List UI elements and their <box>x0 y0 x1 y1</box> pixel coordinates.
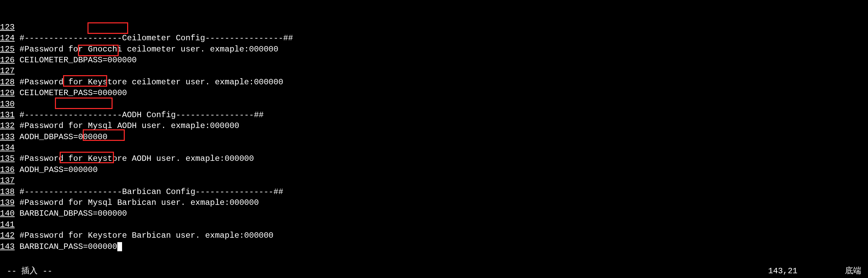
line-number: 139 <box>0 197 15 208</box>
line-number: 136 <box>0 165 15 175</box>
code-line: 133AODH_DBPASS=000000 <box>0 132 868 143</box>
line-text: #Password for Keystore AODH user. exmapl… <box>20 153 254 164</box>
line-number: 137 <box>0 175 15 186</box>
code-line: 123 <box>0 22 868 33</box>
code-line: 139#Password for Mysql Barbican user. ex… <box>0 197 868 208</box>
line-number: 128 <box>0 77 15 88</box>
vim-editor[interactable]: 123124#--------------------Ceilometer Co… <box>0 0 868 278</box>
code-lines: 123124#--------------------Ceilometer Co… <box>0 22 868 252</box>
code-line: 129CEILOMETER_PASS=000000 <box>0 88 868 99</box>
line-number: 132 <box>0 121 15 131</box>
code-line: 131#--------------------AODH Config-----… <box>0 110 868 121</box>
line-text: AODH_DBPASS=000000 <box>20 132 107 143</box>
line-number: 129 <box>0 88 15 99</box>
vim-mode: -- 插入 -- <box>7 266 52 277</box>
line-number: 143 <box>0 241 15 252</box>
code-line: 132#Password for Mysql AODH user. exmapl… <box>0 121 868 131</box>
line-number: 138 <box>0 187 15 197</box>
line-number: 126 <box>0 55 15 66</box>
code-line: 141 <box>0 219 868 230</box>
line-text: #Password for Gnocchi ceilometer user. e… <box>20 44 278 55</box>
line-number: 133 <box>0 132 15 143</box>
line-text: #--------------------AODH Config--------… <box>20 110 264 121</box>
code-line: 126CEILOMETER_DBPASS=000000 <box>0 55 868 66</box>
code-line: 143BARBICAN_PASS=000000 <box>0 241 868 252</box>
code-line: 135#Password for Keystore AODH user. exm… <box>0 153 868 164</box>
vim-scroll-pos: 底端 <box>845 266 861 277</box>
code-line: 140BARBICAN_DBPASS=000000 <box>0 208 868 219</box>
cursor <box>117 242 122 251</box>
code-line: 125#Password for Gnocchi ceilometer user… <box>0 44 868 55</box>
line-number: 142 <box>0 230 15 241</box>
line-number: 140 <box>0 208 15 219</box>
line-number: 124 <box>0 33 15 44</box>
line-number: 130 <box>0 99 15 110</box>
line-text: #Password for Keystore Barbican user. ex… <box>20 230 274 241</box>
code-line: 137 <box>0 175 868 186</box>
line-number: 135 <box>0 153 15 164</box>
line-text: CEILOMETER_PASS=000000 <box>20 88 127 99</box>
code-line: 128#Password for Keystore ceilometer use… <box>0 77 868 88</box>
line-text: #Password for Mysql Barbican user. exmap… <box>20 197 259 208</box>
line-text: BARBICAN_PASS=000000 <box>20 241 122 252</box>
line-number: 131 <box>0 110 15 121</box>
line-text: #Password for Mysql AODH user. exmaple:0… <box>20 121 239 131</box>
line-number: 141 <box>0 219 15 230</box>
vim-status-bar: -- 插入 -- 143,21 底端 <box>0 266 868 278</box>
code-line: 136AODH_PASS=000000 <box>0 165 868 175</box>
code-line: 130 <box>0 99 868 110</box>
line-text: #--------------------Barbican Config----… <box>20 187 283 197</box>
code-line: 124#--------------------Ceilometer Confi… <box>0 33 868 44</box>
line-text: #Password for Keystore ceilometer user. … <box>20 77 283 88</box>
vim-cursor-pos: 143,21 <box>768 266 797 277</box>
code-line: 142#Password for Keystore Barbican user.… <box>0 230 868 241</box>
code-line: 138#--------------------Barbican Config-… <box>0 187 868 197</box>
line-number: 134 <box>0 143 15 153</box>
code-line: 127 <box>0 66 868 77</box>
code-line: 134 <box>0 143 868 153</box>
line-number: 127 <box>0 66 15 77</box>
line-text: AODH_PASS=000000 <box>20 165 98 175</box>
line-number: 125 <box>0 44 15 55</box>
line-text: CEILOMETER_DBPASS=000000 <box>20 55 137 66</box>
line-text: #--------------------Ceilometer Config--… <box>20 33 293 44</box>
line-number: 123 <box>0 22 15 33</box>
line-text: BARBICAN_DBPASS=000000 <box>20 208 127 219</box>
